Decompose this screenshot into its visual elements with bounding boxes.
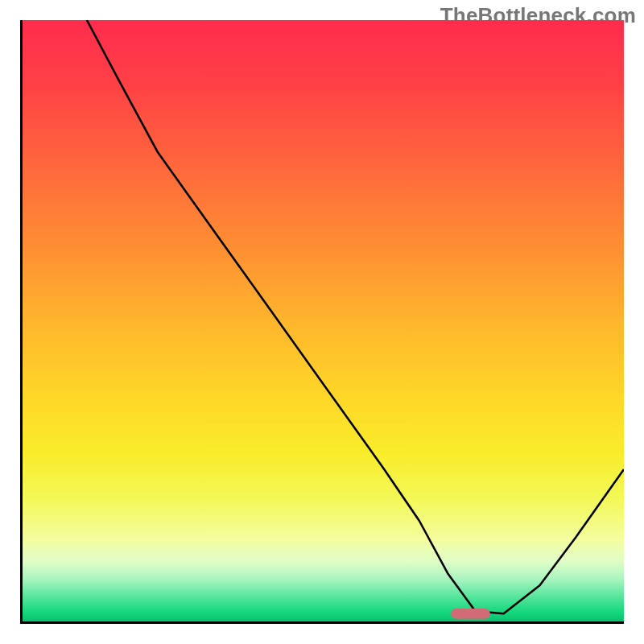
chart-container: TheBottleneck.com — [0, 0, 644, 644]
bottleneck-curve — [87, 20, 624, 613]
chart-svg — [23, 20, 624, 621]
plot-area — [20, 20, 624, 624]
optimum-marker — [451, 609, 490, 619]
